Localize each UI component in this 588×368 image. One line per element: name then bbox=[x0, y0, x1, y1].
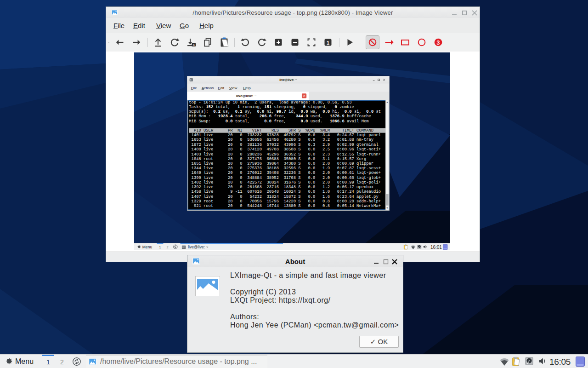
svg-text:1: 1 bbox=[327, 40, 329, 46]
svg-text:3: 3 bbox=[437, 40, 440, 46]
svg-text:a: a bbox=[193, 43, 195, 46]
